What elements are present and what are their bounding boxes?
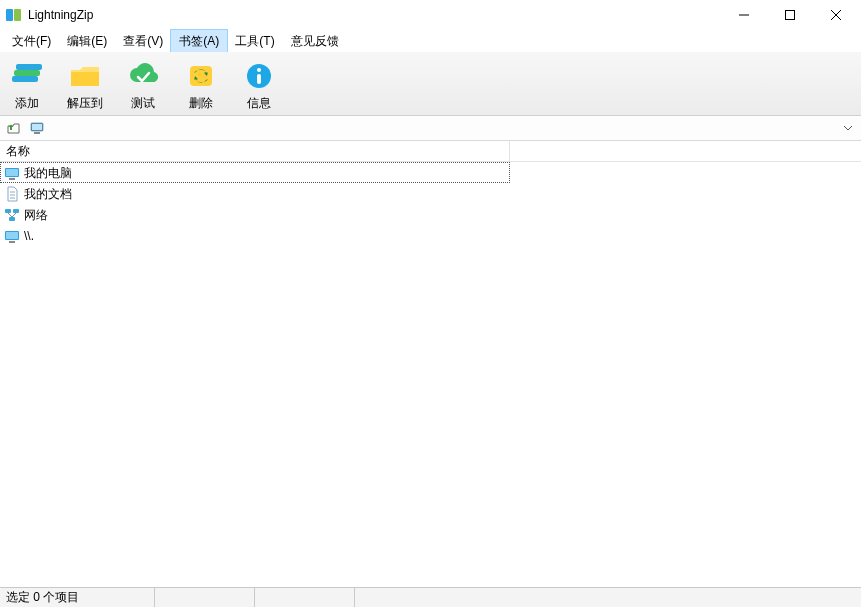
extract-label: 解压到 — [67, 96, 103, 110]
delete-label: 删除 — [189, 96, 213, 110]
delete-button[interactable]: 删除 — [180, 60, 222, 110]
list-item[interactable]: \\. — [0, 225, 510, 246]
svg-rect-3 — [786, 11, 795, 20]
minimize-button[interactable] — [721, 0, 767, 30]
menu-bookmark[interactable]: 书签(A) — [171, 30, 227, 52]
list-item[interactable]: 网络 — [0, 204, 510, 225]
list-item-label: 我的文档 — [24, 186, 72, 202]
svg-rect-15 — [34, 132, 40, 134]
list-item[interactable]: 我的电脑 — [0, 162, 510, 183]
svg-point-11 — [257, 68, 261, 72]
extract-button[interactable]: 解压到 — [64, 60, 106, 110]
menu-tools[interactable]: 工具(T) — [227, 30, 282, 52]
info-button[interactable]: 信息 — [238, 60, 280, 110]
cloud-check-icon — [126, 60, 160, 92]
svg-rect-0 — [6, 9, 13, 21]
menu-bar: 文件(F) 编辑(E) 查看(V) 书签(A) 工具(T) 意见反馈 — [0, 30, 861, 52]
info-icon — [242, 60, 276, 92]
books-icon — [10, 60, 44, 92]
svg-line-4 — [831, 10, 841, 20]
up-icon[interactable] — [4, 119, 22, 137]
svg-rect-6 — [12, 76, 38, 82]
status-cell — [255, 588, 355, 607]
svg-rect-9 — [190, 66, 212, 86]
status-cell — [155, 588, 255, 607]
column-name[interactable]: 名称 — [0, 141, 510, 161]
add-button[interactable]: 添加 — [6, 60, 48, 110]
svg-rect-12 — [257, 74, 261, 84]
window-title: LightningZip — [28, 8, 93, 22]
list-header: 名称 — [0, 141, 861, 162]
svg-rect-29 — [9, 241, 15, 243]
svg-rect-28 — [6, 232, 18, 239]
computer-icon — [4, 165, 20, 181]
title-bar: LightningZip — [0, 0, 861, 30]
svg-rect-7 — [14, 70, 40, 76]
svg-line-26 — [12, 213, 16, 217]
menu-feedback[interactable]: 意见反馈 — [283, 30, 347, 52]
computer-icon — [4, 228, 20, 244]
network-icon — [4, 207, 20, 223]
maximize-button[interactable] — [767, 0, 813, 30]
recycle-icon — [184, 60, 218, 92]
svg-rect-22 — [5, 209, 11, 213]
svg-line-25 — [8, 213, 12, 217]
status-bar: 选定 0 个项目 — [0, 587, 861, 607]
add-label: 添加 — [15, 96, 39, 110]
menu-edit[interactable]: 编辑(E) — [59, 30, 115, 52]
svg-rect-18 — [9, 178, 15, 180]
svg-rect-14 — [32, 124, 42, 130]
folder-icon — [68, 60, 102, 92]
list-item-label: 我的电脑 — [24, 165, 72, 181]
dropdown-icon[interactable] — [839, 119, 857, 137]
list-item-label: 网络 — [24, 207, 48, 223]
test-button[interactable]: 测试 — [122, 60, 164, 110]
svg-line-5 — [831, 10, 841, 20]
app-icon — [6, 7, 22, 23]
close-button[interactable] — [813, 0, 859, 30]
toolbar: 添加 解压到 测试 — [0, 52, 861, 116]
document-icon — [4, 186, 20, 202]
svg-rect-17 — [6, 169, 18, 176]
menu-view[interactable]: 查看(V) — [115, 30, 171, 52]
svg-rect-24 — [9, 217, 15, 221]
svg-rect-23 — [13, 209, 19, 213]
window-controls — [721, 0, 859, 30]
menu-file[interactable]: 文件(F) — [4, 30, 59, 52]
list-item[interactable]: 我的文档 — [0, 183, 510, 204]
computer-small-icon[interactable] — [28, 119, 46, 137]
address-bar — [0, 116, 861, 141]
svg-rect-8 — [16, 64, 42, 70]
svg-rect-1 — [14, 9, 21, 21]
app-window: LightningZip 文件(F) 编辑(E) 查看(V) 书签(A) 工具(… — [0, 0, 861, 607]
address-path[interactable] — [52, 118, 833, 138]
file-list[interactable]: 我的电脑 我的文档 — [0, 162, 861, 587]
list-item-label: \\. — [24, 228, 34, 244]
status-selection: 选定 0 个项目 — [0, 588, 155, 607]
test-label: 测试 — [131, 96, 155, 110]
info-label: 信息 — [247, 96, 271, 110]
